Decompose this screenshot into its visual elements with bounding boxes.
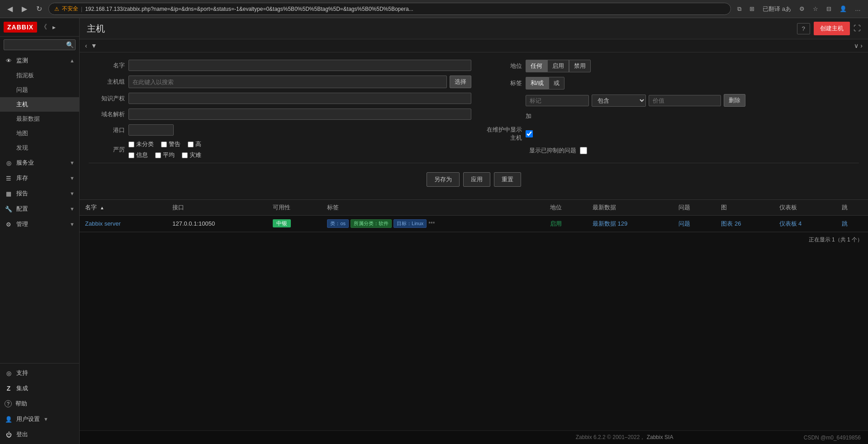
- host-name-link[interactable]: Zabbix server: [85, 220, 121, 227]
- settings-button[interactable]: ⚙: [797, 3, 807, 15]
- sidebar-section-header-service[interactable]: ◎ 服务业 ▼: [0, 155, 79, 170]
- sidebar-section-header-monitor[interactable]: 👁 监测 ▲: [0, 53, 79, 68]
- sidebar-item-support[interactable]: ◎ 支持: [0, 365, 79, 381]
- logout-icon: ⏻: [5, 431, 13, 438]
- status-any-button[interactable]: 任何: [526, 60, 547, 72]
- footer-link[interactable]: Zabbix SIA: [647, 434, 674, 440]
- sidebar-expand-button[interactable]: ▸: [51, 23, 57, 32]
- host-graphs-link[interactable]: 图表 26: [721, 220, 741, 227]
- tag-chip-0[interactable]: 类：os: [327, 219, 349, 228]
- status-enabled-button[interactable]: 启用: [547, 60, 569, 72]
- host-latest-link[interactable]: 最新数据 129: [593, 220, 627, 227]
- help-button[interactable]: ?: [797, 23, 810, 34]
- severity-row-2: 信息 平均 灾难: [128, 151, 201, 159]
- severity-avg-check[interactable]: [155, 152, 161, 158]
- collections-button[interactable]: ⊟: [824, 3, 834, 15]
- sidebar-section-header-config[interactable]: 🔧 配置 ▼: [0, 201, 79, 217]
- sidebar-item-integrate[interactable]: Z 集成: [0, 381, 79, 396]
- sidebar-collapse-button[interactable]: 《: [39, 22, 49, 32]
- browser-chrome: ◀ ▶ ↻ ⚠ 不安全 | 192.168.17.133/zabbix.php?…: [0, 0, 868, 18]
- filter-ip-row: 知识产权: [89, 93, 471, 104]
- filter-select-button[interactable]: 选择: [450, 76, 471, 88]
- page-title: 主机: [87, 23, 105, 35]
- col-interface[interactable]: 接口: [167, 200, 267, 216]
- severity-avg[interactable]: 平均: [155, 151, 175, 159]
- severity-warning[interactable]: 警告: [161, 140, 180, 148]
- tag-chip-1[interactable]: 所属分类：软件: [351, 219, 392, 228]
- severity-warning-check[interactable]: [161, 142, 167, 147]
- translate-button[interactable]: 已翻译 aあ: [760, 3, 794, 15]
- sidebar-item-maps[interactable]: 地图: [0, 126, 79, 141]
- split-view-button[interactable]: ⧉: [735, 3, 744, 15]
- severity-unclass-check[interactable]: [128, 142, 134, 147]
- severity-info[interactable]: 信息: [128, 151, 148, 159]
- severity-info-check[interactable]: [128, 152, 134, 158]
- col-status[interactable]: 地位: [545, 200, 587, 216]
- severity-unclass[interactable]: 未分类: [128, 140, 154, 148]
- col-problems[interactable]: 问题: [673, 200, 716, 216]
- url-bar[interactable]: ⚠ 不安全 | 192.168.17.133/zabbix.php?name=&…: [48, 3, 731, 15]
- reset-button[interactable]: 重置: [494, 172, 521, 187]
- filter-chevron-down[interactable]: ∨: [854, 42, 859, 49]
- tag-operator-select[interactable]: 包含: [592, 94, 646, 107]
- filter-name-row: 名字: [89, 60, 471, 71]
- sidebar-item-latest[interactable]: 最新数据: [0, 112, 79, 126]
- filter-port-input[interactable]: [128, 124, 174, 136]
- severity-disaster[interactable]: 灾难: [182, 151, 201, 159]
- filter-hostgroup-input[interactable]: [128, 76, 447, 88]
- host-dashboards-link[interactable]: 仪表板 4: [779, 220, 802, 227]
- host-status-link[interactable]: 启用: [550, 220, 562, 227]
- col-dashboards[interactable]: 仪表板: [774, 200, 837, 216]
- filter-nav-left[interactable]: ‹: [85, 42, 87, 49]
- sidebar-item-user[interactable]: 👤 用户设置 ▼: [0, 411, 79, 427]
- sidebar-item-problems[interactable]: 问题: [0, 83, 79, 97]
- sidebar-item-help[interactable]: ? 帮助: [0, 396, 79, 411]
- col-tags[interactable]: 标签: [322, 200, 545, 216]
- filter-hostgroup-label: 主机组: [89, 78, 125, 86]
- sidebar-section-header-reports[interactable]: ▦ 报告 ▼: [0, 186, 79, 201]
- tag-chip-2[interactable]: 目标：Linux: [394, 219, 427, 228]
- col-jump[interactable]: 跳: [836, 200, 868, 216]
- col-availability[interactable]: 可用性: [267, 200, 322, 216]
- back-button[interactable]: ◀: [5, 3, 15, 15]
- reload-button[interactable]: ↻: [33, 3, 45, 15]
- sidebar-item-hosts[interactable]: 主机: [0, 97, 79, 112]
- filter-chevron-right[interactable]: ›: [860, 42, 863, 49]
- severity-high-check[interactable]: [188, 142, 194, 147]
- col-name[interactable]: 名字 ▲: [80, 200, 167, 216]
- tag-more[interactable]: ***: [428, 221, 435, 227]
- filter-name-input[interactable]: [128, 60, 471, 71]
- status-disabled-button[interactable]: 禁用: [569, 60, 591, 72]
- forward-button[interactable]: ▶: [19, 3, 30, 15]
- severity-disaster-check[interactable]: [182, 152, 188, 158]
- maintenance-checkbox[interactable]: [526, 130, 533, 137]
- col-latest[interactable]: 最新数据: [587, 200, 674, 216]
- tag-value-input[interactable]: [649, 95, 721, 106]
- filter-ip-input[interactable]: [128, 93, 471, 104]
- sidebar-item-discovery[interactable]: 发现: [0, 141, 79, 155]
- sidebar-section-header-inventory[interactable]: ☰ 库存 ▼: [0, 170, 79, 186]
- tag-delete-button[interactable]: 删除: [724, 94, 745, 107]
- sidebar-section-header-admin[interactable]: ⚙ 管理 ▼: [0, 217, 79, 232]
- more-button[interactable]: …: [852, 3, 863, 15]
- apply-button[interactable]: 应用: [463, 172, 490, 187]
- filter-dns-input[interactable]: [128, 109, 471, 120]
- severity-high[interactable]: 高: [188, 140, 201, 148]
- tag-and-button[interactable]: 和/或: [526, 77, 549, 90]
- sidebar-search-input[interactable]: [4, 39, 76, 50]
- create-host-button[interactable]: 创建主机: [814, 22, 850, 35]
- fullscreen-button[interactable]: ⛶: [854, 24, 861, 33]
- saveas-button[interactable]: 另存为: [427, 172, 460, 187]
- sidebar-item-logout[interactable]: ⏻ 登出: [0, 427, 79, 442]
- col-graphs[interactable]: 图: [716, 200, 773, 216]
- tag-name-input[interactable]: [526, 95, 589, 106]
- sidebar-item-dashboard[interactable]: 指泥板: [0, 68, 79, 83]
- host-problems-link[interactable]: 问题: [678, 220, 690, 227]
- tag-or-button[interactable]: 或: [549, 77, 564, 90]
- profile-button[interactable]: 👤: [837, 3, 849, 15]
- favorites-button[interactable]: ☆: [810, 3, 821, 15]
- host-jump-link[interactable]: 跳: [842, 220, 848, 227]
- reader-button[interactable]: ⊞: [747, 3, 757, 15]
- suppressed-checkbox[interactable]: [580, 147, 587, 154]
- tag-add-button[interactable]: 加: [526, 111, 531, 121]
